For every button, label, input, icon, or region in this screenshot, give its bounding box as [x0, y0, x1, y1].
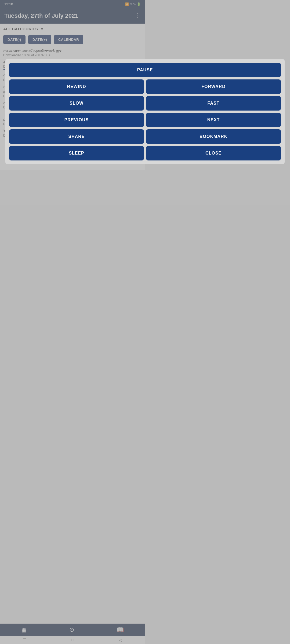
share-button[interactable]: SHARE: [9, 129, 144, 144]
slow-fast-row: SLOW FAST: [9, 96, 145, 111]
sleep-button[interactable]: SLEEP: [9, 146, 144, 160]
rewind-forward-row: REWIND FORWARD: [9, 79, 145, 94]
previous-button[interactable]: PREVIOUS: [9, 113, 144, 127]
previous-next-row: PREVIOUS NEXT: [9, 113, 145, 127]
slow-button[interactable]: SLOW: [9, 96, 144, 111]
playback-dialog: PAUSE REWIND FORWARD SLOW FAST PREVIOUS …: [5, 59, 145, 164]
sleep-close-row: SLEEP CLOSE: [9, 146, 145, 160]
rewind-button[interactable]: REWIND: [9, 79, 144, 94]
pause-button[interactable]: PAUSE: [9, 63, 145, 77]
share-bookmark-row: SHARE BOOKMARK: [9, 129, 145, 144]
